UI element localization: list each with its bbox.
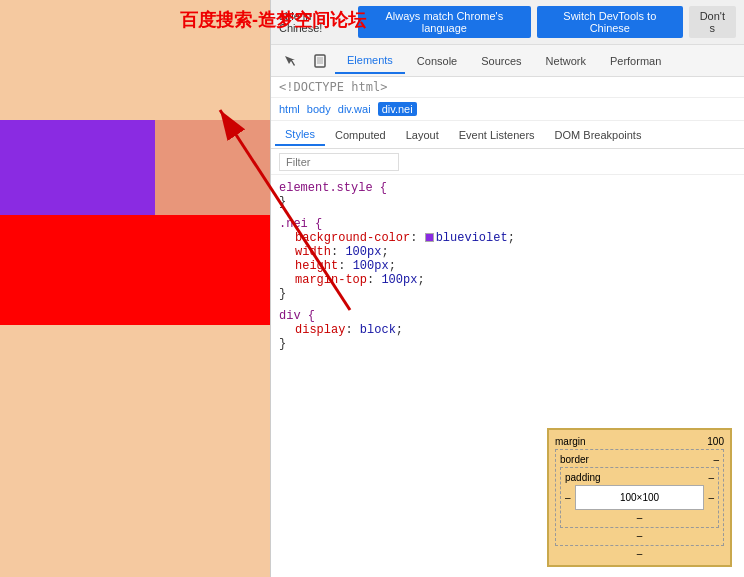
div-close: } [279, 337, 286, 351]
page-title: 百度搜索-造梦空间论坛 [180, 8, 366, 32]
tab-elements[interactable]: Elements [335, 48, 405, 74]
nei-close: } [279, 287, 286, 301]
devtools-tabs: Elements Console Sources Network Perform… [271, 45, 744, 77]
svg-rect-3 [317, 57, 323, 64]
box-model-border: border – padding – – 100×100 – – [555, 449, 724, 546]
content-side-right: – [708, 492, 714, 503]
content-side-left: – [565, 492, 571, 503]
border-value: – [713, 454, 719, 465]
tab-performance[interactable]: Performan [598, 49, 673, 73]
height-prop: height [295, 259, 338, 273]
padding-side-left: – [708, 472, 714, 483]
filter-input[interactable] [279, 153, 399, 171]
breadcrumb-body[interactable]: body [307, 103, 331, 115]
red-box [0, 215, 270, 325]
padding-label: padding [565, 472, 601, 483]
nei-selector: .nei { [279, 217, 322, 231]
webpage-preview [0, 0, 270, 577]
content-row: – 100×100 – [565, 485, 714, 510]
salmon-box [155, 120, 270, 215]
breadcrumb-html[interactable]: html [279, 103, 300, 115]
style-subtabs: Styles Computed Layout Event Listeners D… [271, 121, 744, 149]
width-value: 100px [345, 245, 381, 259]
tab-network[interactable]: Network [534, 49, 598, 73]
element-style-close: } [279, 195, 286, 209]
element-style-rule: element.style { } [279, 181, 736, 209]
border-label: border [560, 454, 589, 465]
border-header: border – [560, 454, 719, 465]
bg-color-prop: background-color [295, 231, 410, 245]
doctype-line: <!DOCTYPE html> [271, 77, 744, 98]
border-bottom: – [560, 530, 719, 541]
div-rule: div { display: block; } [279, 309, 736, 351]
box-model-margin-header: margin 100 [555, 436, 724, 447]
inspect-icon[interactable] [275, 54, 305, 68]
box-model-padding: padding – – 100×100 – – [560, 467, 719, 528]
subtab-dom-breakpoints[interactable]: DOM Breakpoints [545, 125, 652, 145]
width-prop: width [295, 245, 331, 259]
filter-bar [271, 149, 744, 175]
div-selector: div { [279, 309, 315, 323]
dont-button[interactable]: Don't s [689, 6, 736, 38]
display-prop: display [295, 323, 345, 337]
purple-box [0, 120, 155, 215]
tab-sources[interactable]: Sources [469, 49, 533, 73]
margin-top-prop: margin-top [295, 273, 367, 287]
display-value: block [360, 323, 396, 337]
margin-top-value: 100px [381, 273, 417, 287]
breadcrumb-div-wai[interactable]: div.wai [338, 103, 371, 115]
subtab-computed[interactable]: Computed [325, 125, 396, 145]
margin-label: margin [555, 436, 586, 447]
margin-value: 100 [707, 436, 724, 447]
padding-bottom: – [565, 512, 714, 523]
padding-header: padding – [565, 472, 714, 483]
margin-bottom: – [555, 548, 724, 559]
height-value: 100px [353, 259, 389, 273]
subtab-event-listeners[interactable]: Event Listeners [449, 125, 545, 145]
box-model-container: margin 100 border – padding – – [547, 428, 732, 567]
element-style-selector: element.style { [279, 181, 387, 195]
devtools-panel: able in Chinese! Always match Chrome's l… [270, 0, 744, 577]
switch-devtools-button[interactable]: Switch DevTools to Chinese [537, 6, 683, 38]
tab-console[interactable]: Console [405, 49, 469, 73]
box-model-content: 100×100 [575, 485, 705, 510]
breadcrumb: html body div.wai div.nei [271, 98, 744, 121]
subtab-layout[interactable]: Layout [396, 125, 449, 145]
breadcrumb-div-nei[interactable]: div.nei [378, 102, 417, 116]
color-swatch [425, 233, 434, 242]
match-language-button[interactable]: Always match Chrome's language [358, 6, 531, 38]
subtab-styles[interactable]: Styles [275, 124, 325, 146]
device-icon[interactable] [305, 54, 335, 68]
nei-rule: .nei { background-color: blueviolet; wid… [279, 217, 736, 301]
bg-color-value: blueviolet [436, 231, 508, 245]
